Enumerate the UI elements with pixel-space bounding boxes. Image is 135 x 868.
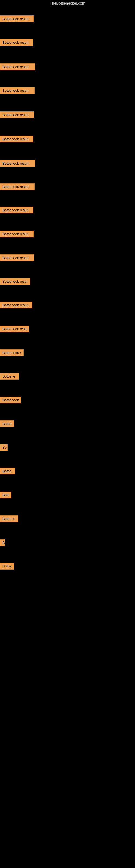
bottleneck-badge: Bottleneck result [0, 254, 34, 261]
bottleneck-badge: Bottleneck result [0, 160, 35, 167]
bottleneck-badge: Bottlene [0, 516, 18, 522]
bottleneck-badge: Bottleneck result [0, 135, 33, 143]
bottleneck-badge: Bottleneck result [0, 230, 34, 237]
bottleneck-badge: Bottle [0, 563, 14, 569]
bottleneck-badge: Bottleneck [0, 397, 21, 403]
bottleneck-badge: Bottleneck result [0, 207, 34, 214]
bottleneck-badge: Bottle [0, 468, 15, 474]
bottleneck-badge: Bottleneck result [0, 112, 34, 118]
bottleneck-badge: Bottleneck result [0, 16, 34, 22]
bottleneck-badge: Bottleneck resul [0, 326, 29, 332]
bottleneck-badge: Bottleneck result [0, 39, 33, 46]
site-title: TheBottlenecker.com [0, 0, 135, 6]
bottleneck-badge: Bottleneck result [0, 183, 35, 190]
bottleneck-badge: Bottle [0, 421, 14, 427]
bottleneck-badge: Bo [0, 444, 8, 451]
bottleneck-badge: Bottleneck result [0, 87, 35, 94]
bottleneck-badge: Bottleneck r [0, 349, 24, 356]
bottleneck-badge: Bott [0, 492, 11, 498]
bottleneck-badge: Bottleneck result [0, 302, 32, 308]
bottleneck-badge: Bottleneck resul [0, 278, 30, 285]
bottleneck-badge: Bottleneck result [0, 63, 35, 70]
bottleneck-badge: B [0, 539, 5, 546]
bottleneck-badge: Bottlene [0, 373, 19, 380]
